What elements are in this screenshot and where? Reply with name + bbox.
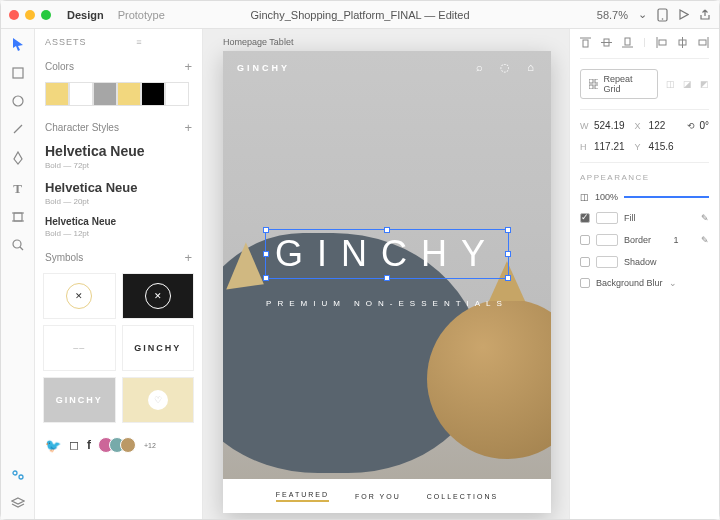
fill-label: Fill xyxy=(624,213,636,223)
border-checkbox[interactable] xyxy=(580,235,590,245)
appearance-header: APPEARANCE xyxy=(580,173,709,182)
eyedropper-icon[interactable]: ✎ xyxy=(701,235,709,245)
color-swatch[interactable] xyxy=(69,82,93,106)
canvas[interactable]: Homepage Tablet GINCHY ⌕ ◌ ⌂ GINCHY xyxy=(203,29,569,519)
instagram-icon[interactable]: ◻ xyxy=(69,438,79,452)
color-swatch[interactable] xyxy=(93,82,117,106)
color-swatch[interactable] xyxy=(45,82,69,106)
border-width-field[interactable]: 1 xyxy=(674,235,679,245)
symbol-item[interactable]: ♡ xyxy=(122,377,195,423)
minimize-window[interactable] xyxy=(25,10,35,20)
symbol-item[interactable]: ✕ xyxy=(43,273,116,319)
repeat-grid-button[interactable]: Repeat Grid xyxy=(580,69,658,99)
facebook-icon[interactable]: f xyxy=(87,438,91,452)
selection-outline[interactable] xyxy=(265,229,509,279)
nav-tab-collections[interactable]: COLLECTIONS xyxy=(427,493,498,500)
boolean-sub-icon[interactable]: ◪ xyxy=(683,79,692,89)
assets-panel-icon[interactable] xyxy=(11,469,25,483)
color-swatch[interactable] xyxy=(141,82,165,106)
character-style[interactable]: Helvetica Neue Bold — 12pt xyxy=(35,212,202,244)
align-left-icon[interactable] xyxy=(656,37,667,48)
rotate-field[interactable]: 0° xyxy=(699,120,709,131)
fill-checkbox[interactable] xyxy=(580,213,590,223)
align-vcenter-icon[interactable] xyxy=(601,37,612,48)
svg-rect-2 xyxy=(13,68,23,78)
border-color-chip[interactable] xyxy=(596,234,618,246)
height-field[interactable]: 117.21 xyxy=(594,141,625,152)
character-style[interactable]: Helvetica Neue Bold — 20pt xyxy=(35,176,202,212)
artboard[interactable]: GINCHY ⌕ ◌ ⌂ GINCHY xyxy=(223,51,551,513)
zoom-window[interactable] xyxy=(41,10,51,20)
x-field[interactable]: 122 xyxy=(649,120,666,131)
boolean-int-icon[interactable]: ◩ xyxy=(700,79,709,89)
boolean-add-icon[interactable]: ◫ xyxy=(666,79,675,89)
add-charstyle-button[interactable]: + xyxy=(184,120,192,135)
line-tool-icon[interactable] xyxy=(12,123,24,137)
color-swatch[interactable] xyxy=(165,82,189,106)
charstyle-meta: Bold — 20pt xyxy=(45,197,192,206)
twitter-icon[interactable]: 🐦 xyxy=(45,438,61,453)
character-styles-header: Character Styles xyxy=(45,122,119,133)
symbol-item[interactable]: GINCHY xyxy=(43,377,116,423)
pen-tool-icon[interactable] xyxy=(12,151,24,167)
close-window[interactable] xyxy=(9,10,19,20)
eyedropper-icon[interactable]: ✎ xyxy=(701,213,709,223)
list-view-icon[interactable]: ≡ xyxy=(136,37,142,47)
svg-line-4 xyxy=(14,125,22,133)
artboard-tool-icon[interactable] xyxy=(12,211,24,225)
align-top-icon[interactable] xyxy=(580,37,591,48)
svg-point-11 xyxy=(19,475,23,479)
charstyle-meta: Bold — 12pt xyxy=(45,229,192,238)
character-style[interactable]: Helvetica Neue Bold — 72pt xyxy=(35,139,202,176)
nav-tab-featured[interactable]: FEATURED xyxy=(276,491,329,502)
chevron-down-icon[interactable]: ⌄ xyxy=(669,278,677,288)
zoom-tool-icon[interactable] xyxy=(12,239,24,253)
artboard-label[interactable]: Homepage Tablet xyxy=(223,37,549,47)
chevron-down-icon[interactable]: ⌄ xyxy=(638,8,647,21)
width-field[interactable]: 524.19 xyxy=(594,120,625,131)
nav-tab-foryou[interactable]: FOR YOU xyxy=(355,493,401,500)
y-field[interactable]: 415.6 xyxy=(649,141,674,152)
tab-design[interactable]: Design xyxy=(67,9,104,21)
opacity-slider[interactable] xyxy=(624,196,709,198)
bag-icon[interactable]: ⌂ xyxy=(527,61,537,74)
align-bottom-icon[interactable] xyxy=(622,37,633,48)
blur-checkbox[interactable] xyxy=(580,278,590,288)
symbol-item[interactable]: ✕ xyxy=(122,273,195,319)
account-icon[interactable]: ◌ xyxy=(500,61,513,74)
opacity-value[interactable]: 100% xyxy=(595,192,618,202)
titlebar: Design Prototype Ginchy_Shopping_Platfor… xyxy=(1,1,719,29)
tab-prototype[interactable]: Prototype xyxy=(118,9,165,21)
rectangle-tool-icon[interactable] xyxy=(12,67,24,81)
blur-label: Background Blur xyxy=(596,278,663,288)
select-tool-icon[interactable] xyxy=(12,37,24,53)
device-preview-icon[interactable] xyxy=(657,8,668,22)
layers-panel-icon[interactable] xyxy=(11,497,25,511)
mode-tabs: Design Prototype xyxy=(67,9,165,21)
add-color-button[interactable]: + xyxy=(184,59,192,74)
zoom-level[interactable]: 58.7% xyxy=(597,9,628,21)
shadow-checkbox[interactable] xyxy=(580,257,590,267)
shadow-color-chip[interactable] xyxy=(596,256,618,268)
align-right-icon[interactable] xyxy=(698,37,709,48)
fill-color-chip[interactable] xyxy=(596,212,618,224)
repeat-grid-label: Repeat Grid xyxy=(603,74,649,94)
rotate-icon[interactable]: ⟲ xyxy=(687,121,695,131)
shadow-label: Shadow xyxy=(624,257,657,267)
symbols-header: Symbols xyxy=(45,252,83,263)
svg-line-9 xyxy=(20,247,23,250)
color-swatch[interactable] xyxy=(117,82,141,106)
ellipse-tool-icon[interactable] xyxy=(12,95,24,109)
charstyle-name: Helvetica Neue xyxy=(45,180,192,195)
share-icon[interactable] xyxy=(699,9,711,21)
play-icon[interactable] xyxy=(678,9,689,20)
text-tool-icon[interactable]: T xyxy=(13,181,22,197)
symbol-item[interactable]: GINCHY xyxy=(122,325,195,371)
avatar-stack[interactable] xyxy=(103,437,136,453)
align-hcenter-icon[interactable] xyxy=(677,37,688,48)
svg-rect-27 xyxy=(595,85,598,89)
search-icon[interactable]: ⌕ xyxy=(476,61,486,74)
add-symbol-button[interactable]: + xyxy=(184,250,192,265)
symbol-item[interactable]: —— xyxy=(43,325,116,371)
avatar-more: +12 xyxy=(144,442,156,449)
